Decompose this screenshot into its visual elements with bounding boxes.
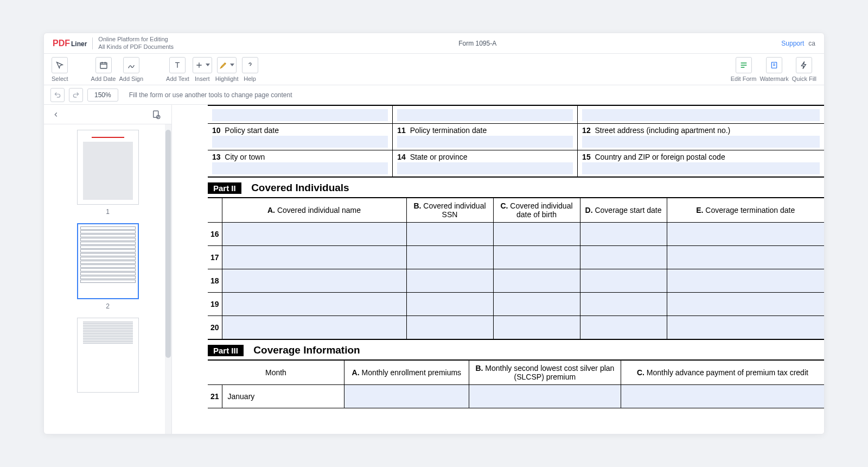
field-14: 14 State or province	[393, 150, 578, 178]
edit-form-tool[interactable]: Edit Form	[731, 57, 757, 82]
undo-button[interactable]	[50, 88, 65, 102]
field-input[interactable]	[397, 109, 573, 121]
field-input[interactable]	[407, 269, 493, 292]
scrollbar-thumb[interactable]	[165, 130, 171, 358]
part-2-title: Covered Individuals	[251, 182, 349, 193]
toolbar: Select Add Date Add Sign Add Text Insert	[44, 54, 824, 85]
add-sign-tool[interactable]: Add Sign	[119, 57, 143, 82]
thumbnail-page-1[interactable]	[77, 130, 139, 205]
add-date-tool[interactable]: Add Date	[91, 57, 116, 82]
logo-separator	[92, 37, 93, 49]
header-extra: ca	[808, 40, 815, 47]
field-input[interactable]	[407, 293, 493, 315]
lightning-icon	[796, 57, 812, 73]
app-window: PDF Liner Online Platform for Editing Al…	[43, 33, 825, 434]
insert-tool[interactable]: Insert	[193, 57, 212, 82]
scrollbar-track	[165, 124, 171, 434]
table-row-16: 16	[208, 223, 824, 246]
field-input[interactable]	[580, 269, 667, 292]
field-13: 13 City or town	[208, 150, 393, 178]
field-input[interactable]	[667, 293, 825, 315]
part-2-label: Part II	[208, 182, 241, 194]
field-input[interactable]	[222, 223, 406, 245]
table-row-19: 19	[208, 293, 824, 316]
watermark-tool[interactable]: Watermark	[760, 57, 788, 82]
form-page: 10 Policy start date 11 Policy terminati…	[208, 105, 824, 408]
field-input[interactable]	[344, 385, 469, 408]
col-b-header: B. Covered individual SSN	[406, 198, 493, 223]
field-11: 11 Policy termination date	[393, 124, 578, 150]
table-row-18: 18	[208, 269, 824, 293]
prev-cell-2	[393, 105, 578, 124]
redo-button[interactable]	[69, 88, 83, 102]
field-input[interactable]	[469, 385, 621, 408]
field-15-input[interactable]	[582, 162, 820, 174]
field-input[interactable]	[580, 293, 667, 315]
col-d-header: D. Coverage start date	[580, 198, 667, 223]
quick-fill-tool[interactable]: Quick Fill	[792, 57, 816, 82]
field-input[interactable]	[494, 223, 580, 245]
cursor-icon	[52, 57, 68, 73]
coverage-info-table: Month A. Monthly enrollment premiums B. …	[208, 359, 824, 408]
field-input[interactable]	[407, 246, 493, 269]
field-11-input[interactable]	[397, 136, 573, 148]
field-input[interactable]	[667, 223, 825, 245]
support-link[interactable]: Support	[781, 40, 804, 47]
table-row-17: 17	[208, 246, 824, 269]
field-input[interactable]	[494, 316, 580, 339]
col-a3-header: A. Monthly enrollment premiums	[344, 360, 469, 385]
field-input[interactable]	[667, 316, 825, 339]
thumbnail-page-3[interactable]	[77, 318, 139, 393]
prev-cell-3	[578, 105, 824, 124]
back-button[interactable]	[48, 107, 63, 122]
sidebar: 1 2	[44, 105, 172, 434]
field-12: 12 Street address (including apartment n…	[578, 124, 824, 150]
tagline-line1: Online Platform for Editing	[98, 36, 174, 43]
add-text-tool[interactable]: Add Text	[166, 57, 189, 82]
field-input[interactable]	[494, 246, 580, 269]
field-input[interactable]	[212, 109, 388, 121]
field-input[interactable]	[222, 246, 406, 269]
page-settings-icon[interactable]	[146, 107, 166, 122]
covered-individuals-table: A. Covered individual name B. Covered in…	[208, 197, 824, 340]
col-a-header: A. Covered individual name	[222, 198, 406, 223]
document-canvas[interactable]: 10 Policy start date 11 Policy terminati…	[172, 105, 824, 434]
part-2-header: Part II Covered Individuals	[208, 178, 824, 197]
field-input[interactable]	[407, 316, 493, 339]
field-input[interactable]	[582, 109, 820, 121]
field-14-input[interactable]	[397, 162, 573, 174]
field-10-input[interactable]	[212, 136, 388, 148]
field-13-input[interactable]	[212, 162, 388, 174]
sidebar-header	[44, 105, 171, 124]
field-input[interactable]	[222, 293, 406, 315]
highlight-tool[interactable]: Highlight	[215, 57, 239, 82]
signature-icon	[123, 57, 139, 73]
field-12-input[interactable]	[582, 136, 820, 148]
field-input[interactable]	[222, 269, 406, 292]
thumbnail-label-1: 1	[49, 208, 166, 216]
field-input[interactable]	[580, 316, 667, 339]
field-input[interactable]	[667, 269, 825, 292]
chevron-down-icon	[230, 64, 234, 66]
col-c3-header: C. Monthly advance payment of premium ta…	[621, 360, 824, 385]
field-input[interactable]	[222, 316, 406, 339]
field-input[interactable]	[494, 269, 580, 292]
calendar-icon	[95, 57, 112, 73]
thumbnail-page-2[interactable]	[77, 223, 139, 299]
zoom-level[interactable]: 150%	[87, 89, 118, 102]
field-input[interactable]	[667, 246, 825, 269]
col-month-header: Month	[208, 360, 344, 385]
part-3-title: Coverage Information	[253, 344, 360, 356]
help-tool[interactable]: Help	[242, 57, 258, 82]
field-input[interactable]	[621, 385, 824, 408]
select-tool[interactable]: Select	[52, 57, 68, 82]
document-title: Form 1095-A	[174, 40, 781, 47]
field-input[interactable]	[580, 246, 667, 269]
question-icon	[242, 57, 258, 73]
field-input[interactable]	[407, 223, 493, 245]
field-input[interactable]	[580, 223, 667, 245]
field-input[interactable]	[494, 293, 580, 315]
col-c-header: C. Covered individual date of birth	[493, 198, 580, 223]
table-row-20: 20	[208, 316, 824, 340]
field-15: 15 Country and ZIP or foreign postal cod…	[578, 150, 824, 178]
